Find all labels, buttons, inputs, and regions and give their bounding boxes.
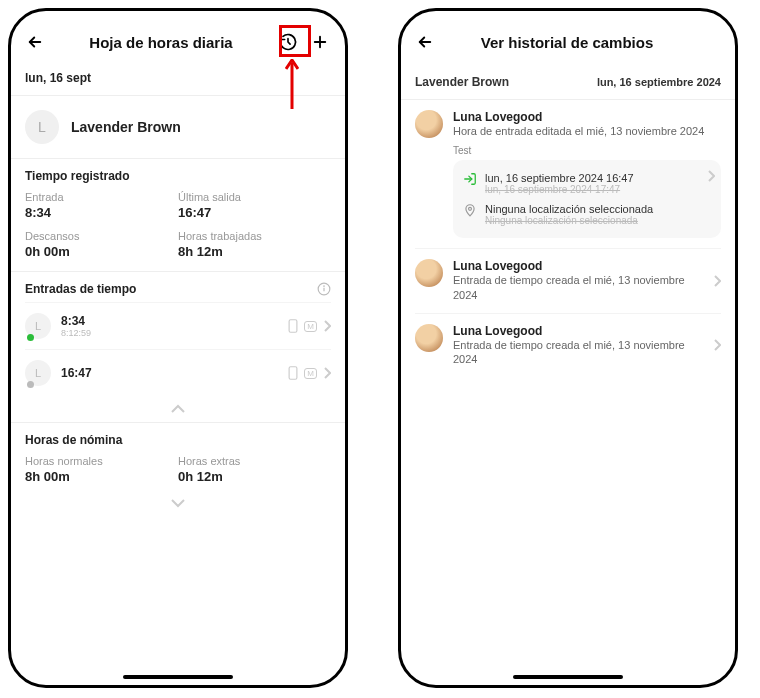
worked-label: Horas trabajadas [178, 230, 331, 242]
chevron-right-icon [713, 339, 721, 351]
change-new-location: Ninguna localización seleccionada [485, 203, 653, 215]
status-dot-green [27, 334, 34, 341]
last-exit-value: 16:47 [178, 205, 331, 220]
m-badge: M [304, 368, 317, 379]
extra-hours-value: 0h 12m [178, 469, 331, 484]
section-recorded-time: Tiempo registrado [25, 159, 331, 191]
entry-time: 16:47 [61, 366, 278, 380]
history-date: lun, 16 septiembre 2024 [597, 76, 721, 88]
change-old-time: lun, 16 septiembre 2024 17:47 [485, 184, 634, 195]
home-indicator [123, 675, 233, 679]
add-button[interactable] [309, 31, 331, 53]
user-row: L Lavender Brown [25, 96, 331, 158]
section-time-entries: Entradas de tiempo [25, 282, 136, 296]
entry-avatar: L [25, 313, 51, 339]
time-entry-row[interactable]: L 16:47 M [25, 349, 331, 396]
history-item-user: Luna Lovegood [453, 110, 721, 124]
avatar [415, 324, 443, 352]
chevron-right-icon [713, 275, 721, 287]
chevron-right-icon [707, 170, 715, 182]
svg-point-5 [469, 207, 472, 210]
avatar [415, 110, 443, 138]
history-item[interactable]: Luna Lovegood Entrada de tiempo creada e… [415, 248, 721, 313]
history-item-user: Luna Lovegood [453, 259, 703, 273]
entry-subtime: 8:12:59 [61, 328, 278, 338]
history-item-desc: Hora de entrada editada el mié, 13 novie… [453, 124, 721, 139]
location-icon [463, 203, 477, 217]
svg-point-1 [324, 286, 325, 287]
status-dot-grey [27, 381, 34, 388]
back-button[interactable] [25, 32, 45, 52]
collapse-chevron[interactable] [25, 490, 331, 516]
home-indicator [513, 675, 623, 679]
avatar: L [25, 110, 59, 144]
entry-label: Entrada [25, 191, 178, 203]
entry-value: 8:34 [25, 205, 178, 220]
phone-daily-timesheet: Hoja de horas diaria lun, 16 sept L Lave… [8, 8, 348, 688]
page-title: Hoja de horas diaria [45, 34, 277, 51]
entry-time: 8:34 [61, 314, 278, 328]
user-name: Lavender Brown [71, 119, 181, 135]
phone-change-history: Ver historial de cambios Lavender Brown … [398, 8, 738, 688]
change-old-location: Ninguna localización seleccionada [485, 215, 653, 226]
svg-rect-3 [289, 367, 297, 379]
date-label: lun, 16 sept [25, 67, 331, 95]
last-exit-label: Última salida [178, 191, 331, 203]
breaks-label: Descansos [25, 230, 178, 242]
history-item[interactable]: Luna Lovegood Hora de entrada editada el… [415, 100, 721, 248]
test-label: Test [453, 145, 721, 156]
page-title: Ver historial de cambios [435, 34, 699, 51]
collapse-chevron[interactable] [25, 396, 331, 422]
device-icon [288, 366, 298, 380]
change-details-box[interactable]: lun, 16 septiembre 2024 16:47 lun, 16 se… [453, 160, 721, 238]
info-icon[interactable] [317, 282, 331, 296]
chevron-right-icon [323, 320, 331, 332]
chevron-right-icon [323, 367, 331, 379]
back-button[interactable] [415, 32, 435, 52]
history-item-desc: Entrada de tiempo creada el mié, 13 novi… [453, 338, 703, 368]
m-badge: M [304, 321, 317, 332]
normal-hours-value: 8h 00m [25, 469, 178, 484]
extra-hours-label: Horas extras [178, 455, 331, 467]
history-icon[interactable] [277, 31, 299, 53]
device-icon [288, 319, 298, 333]
normal-hours-label: Horas normales [25, 455, 178, 467]
worked-value: 8h 12m [178, 244, 331, 259]
entry-avatar: L [25, 360, 51, 386]
avatar [415, 259, 443, 287]
history-user-name: Lavender Brown [415, 75, 509, 89]
breaks-value: 0h 00m [25, 244, 178, 259]
login-icon [463, 172, 477, 186]
change-new-time: lun, 16 septiembre 2024 16:47 [485, 172, 634, 184]
history-item-user: Luna Lovegood [453, 324, 703, 338]
svg-rect-2 [289, 320, 297, 332]
history-item[interactable]: Luna Lovegood Entrada de tiempo creada e… [415, 313, 721, 378]
section-payroll: Horas de nómina [25, 423, 331, 455]
time-entry-row[interactable]: L 8:34 8:12:59 M [25, 302, 331, 349]
history-item-desc: Entrada de tiempo creada el mié, 13 novi… [453, 273, 703, 303]
